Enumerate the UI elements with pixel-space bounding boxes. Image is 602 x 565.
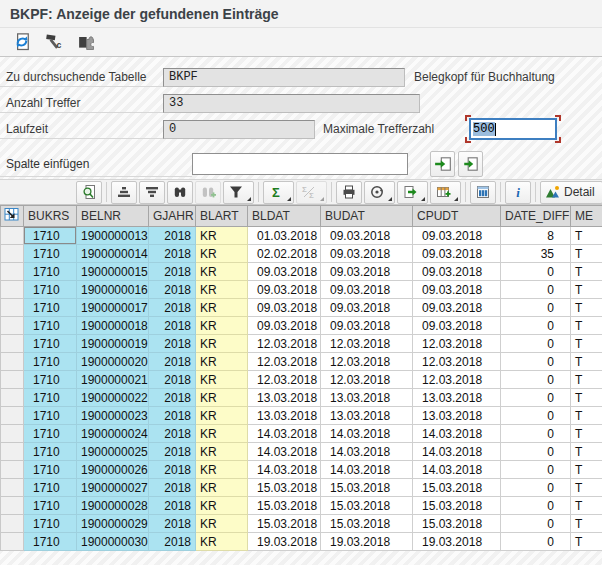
cell-bldat[interactable]: 14.03.2018	[248, 425, 321, 443]
views-icon[interactable]	[364, 181, 395, 204]
cell-me[interactable]: T	[571, 335, 602, 353]
cell-gjahr[interactable]: 2018	[149, 515, 196, 533]
col-header-blart[interactable]: BLART	[196, 206, 248, 227]
cell-cpudt[interactable]: 09.03.2018	[413, 245, 501, 263]
cell-me[interactable]: T	[571, 353, 602, 371]
cell-bukrs[interactable]: 1710	[24, 299, 77, 317]
cell-belnr[interactable]: 1900000021	[77, 371, 149, 389]
cell-bldat[interactable]: 02.02.2018	[248, 245, 321, 263]
cell-bukrs[interactable]: 1710	[24, 281, 77, 299]
cell-blart[interactable]: KR	[196, 515, 248, 533]
cell-cpudt[interactable]: 15.03.2018	[413, 515, 501, 533]
row-select-cell[interactable]	[1, 281, 24, 299]
cell-date_diff[interactable]: 0	[501, 461, 571, 479]
cell-bukrs[interactable]: 1710	[24, 371, 77, 389]
cell-cpudt[interactable]: 14.03.2018	[413, 443, 501, 461]
cell-blart[interactable]: KR	[196, 443, 248, 461]
cell-blart[interactable]: KR	[196, 497, 248, 515]
cell-gjahr[interactable]: 2018	[149, 317, 196, 335]
cell-blart[interactable]: KR	[196, 533, 248, 551]
cell-blart[interactable]: KR	[196, 371, 248, 389]
tools-icon[interactable]: c	[42, 30, 66, 54]
cell-budat[interactable]: 19.03.2018	[321, 533, 413, 551]
row-select-cell[interactable]	[1, 227, 24, 245]
cell-bldat[interactable]: 15.03.2018	[248, 497, 321, 515]
cell-budat[interactable]: 14.03.2018	[321, 461, 413, 479]
cell-belnr[interactable]: 1900000022	[77, 389, 149, 407]
cell-bldat[interactable]: 14.03.2018	[248, 461, 321, 479]
cell-blart[interactable]: KR	[196, 461, 248, 479]
sort-ascending-icon[interactable]	[111, 181, 137, 204]
cell-date_diff[interactable]: 0	[501, 389, 571, 407]
cell-gjahr[interactable]: 2018	[149, 371, 196, 389]
cell-belnr[interactable]: 1900000018	[77, 317, 149, 335]
cell-bldat[interactable]: 09.03.2018	[248, 299, 321, 317]
col-header-date_diff[interactable]: DATE_DIFF	[501, 206, 571, 227]
layout-icon[interactable]	[430, 181, 461, 204]
cell-bukrs[interactable]: 1710	[24, 479, 77, 497]
cell-blart[interactable]: KR	[196, 479, 248, 497]
cell-me[interactable]: T	[571, 371, 602, 389]
row-select-cell[interactable]	[1, 479, 24, 497]
row-select-cell[interactable]	[1, 533, 24, 551]
cell-bldat[interactable]: 14.03.2018	[248, 443, 321, 461]
cell-budat[interactable]: 09.03.2018	[321, 227, 413, 245]
cell-budat[interactable]: 15.03.2018	[321, 479, 413, 497]
cell-budat[interactable]: 15.03.2018	[321, 497, 413, 515]
cell-bldat[interactable]: 15.03.2018	[248, 479, 321, 497]
cell-budat[interactable]: 09.03.2018	[321, 245, 413, 263]
cell-bukrs[interactable]: 1710	[24, 263, 77, 281]
cell-me[interactable]: T	[571, 461, 602, 479]
cell-me[interactable]: T	[571, 389, 602, 407]
cell-belnr[interactable]: 1900000015	[77, 263, 149, 281]
row-select-cell[interactable]	[1, 371, 24, 389]
cell-bldat[interactable]: 12.03.2018	[248, 353, 321, 371]
table-name-field[interactable]: BKPF	[163, 68, 405, 87]
hit-count-field[interactable]: 33	[163, 94, 420, 113]
cell-bukrs[interactable]: 1710	[24, 515, 77, 533]
cell-cpudt[interactable]: 15.03.2018	[413, 497, 501, 515]
row-select-cell[interactable]	[1, 317, 24, 335]
detail-button[interactable]: Detail	[540, 181, 602, 204]
filter-icon[interactable]	[223, 181, 254, 204]
cell-bldat[interactable]: 13.03.2018	[248, 407, 321, 425]
cell-belnr[interactable]: 1900000027	[77, 479, 149, 497]
col-header-bldat[interactable]: BLDAT	[248, 206, 321, 227]
cell-budat[interactable]: 13.03.2018	[321, 389, 413, 407]
max-hits-input[interactable]: 500	[469, 118, 557, 140]
row-select-cell[interactable]	[1, 353, 24, 371]
cell-me[interactable]: T	[571, 281, 602, 299]
cell-bukrs[interactable]: 1710	[24, 245, 77, 263]
cell-belnr[interactable]: 1900000020	[77, 353, 149, 371]
cell-bldat[interactable]: 15.03.2018	[248, 515, 321, 533]
cell-cpudt[interactable]: 13.03.2018	[413, 389, 501, 407]
cell-blart[interactable]: KR	[196, 389, 248, 407]
cell-cpudt[interactable]: 12.03.2018	[413, 335, 501, 353]
cell-cpudt[interactable]: 12.03.2018	[413, 353, 501, 371]
cell-gjahr[interactable]: 2018	[149, 425, 196, 443]
row-select-cell[interactable]	[1, 443, 24, 461]
cell-me[interactable]: T	[571, 227, 602, 245]
col-header-budat[interactable]: BUDAT	[321, 206, 413, 227]
cell-gjahr[interactable]: 2018	[149, 299, 196, 317]
cell-belnr[interactable]: 1900000016	[77, 281, 149, 299]
cell-blart[interactable]: KR	[196, 263, 248, 281]
details-icon[interactable]	[76, 181, 102, 204]
cell-date_diff[interactable]: 0	[501, 371, 571, 389]
cell-cpudt[interactable]: 19.03.2018	[413, 533, 501, 551]
cell-bukrs[interactable]: 1710	[24, 497, 77, 515]
cell-gjahr[interactable]: 2018	[149, 227, 196, 245]
insert-column-icon[interactable]	[430, 151, 455, 177]
cell-belnr[interactable]: 1900000017	[77, 299, 149, 317]
cell-date_diff[interactable]: 0	[501, 497, 571, 515]
cell-gjahr[interactable]: 2018	[149, 443, 196, 461]
cell-budat[interactable]: 09.03.2018	[321, 263, 413, 281]
cell-bukrs[interactable]: 1710	[24, 425, 77, 443]
cell-belnr[interactable]: 1900000024	[77, 425, 149, 443]
cell-gjahr[interactable]: 2018	[149, 497, 196, 515]
cell-date_diff[interactable]: 8	[501, 227, 571, 245]
cell-budat[interactable]: 15.03.2018	[321, 515, 413, 533]
cell-blart[interactable]: KR	[196, 281, 248, 299]
cell-budat[interactable]: 12.03.2018	[321, 335, 413, 353]
cell-cpudt[interactable]: 09.03.2018	[413, 227, 501, 245]
